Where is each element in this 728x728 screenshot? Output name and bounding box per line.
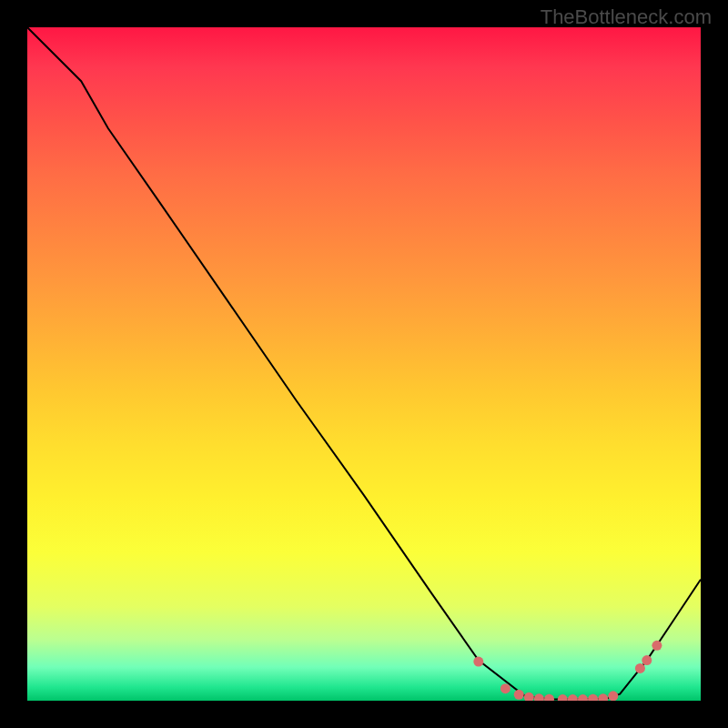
optimal-point bbox=[608, 691, 618, 701]
optimal-point bbox=[568, 694, 578, 701]
optimal-point bbox=[588, 694, 598, 701]
bottleneck-curve-line bbox=[27, 27, 701, 700]
optimal-point bbox=[514, 690, 524, 700]
chart-svg bbox=[27, 27, 701, 701]
optimal-point bbox=[524, 693, 534, 701]
optimal-range-dots bbox=[473, 641, 662, 701]
optimal-point bbox=[642, 655, 652, 665]
watermark-text: TheBottleneck.com bbox=[541, 5, 712, 29]
optimal-point bbox=[652, 641, 662, 651]
optimal-point bbox=[578, 694, 588, 701]
optimal-point bbox=[500, 683, 511, 693]
plot-area bbox=[27, 27, 701, 701]
optimal-point bbox=[558, 694, 568, 701]
optimal-point bbox=[473, 657, 483, 667]
optimal-point bbox=[598, 693, 608, 701]
optimal-point bbox=[534, 693, 544, 701]
optimal-point bbox=[544, 694, 554, 701]
optimal-point bbox=[635, 663, 645, 673]
